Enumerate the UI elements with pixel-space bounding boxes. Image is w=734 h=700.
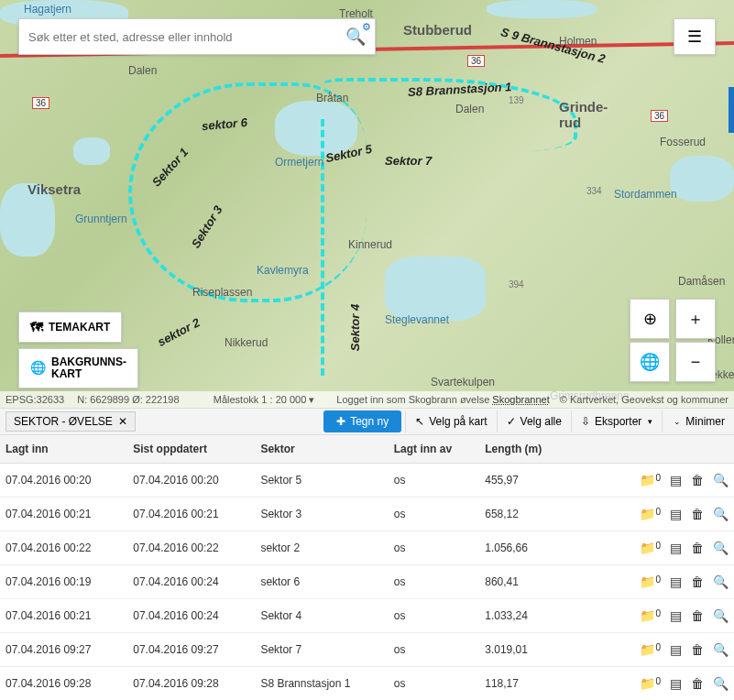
crosshair-icon: ⊕ bbox=[643, 309, 657, 329]
details-icon[interactable]: ▤ bbox=[670, 608, 682, 623]
temakart-button[interactable]: 🗺 TEMAKART bbox=[18, 312, 122, 343]
folder-icon[interactable]: 📁0 bbox=[640, 507, 661, 521]
folder-icon[interactable]: 📁0 bbox=[640, 541, 661, 555]
locate-button[interactable]: ⊕ bbox=[630, 299, 670, 339]
layers-icon: 🌐 bbox=[30, 361, 46, 375]
status-bar: EPSG:32633 N: 6629899 Ø: 222198 Målestok… bbox=[0, 391, 734, 408]
chevron-down-icon[interactable]: ▾ bbox=[309, 394, 314, 405]
table-row[interactable]: 07.04.2016 00:2007.04.2016 00:20Sektor 5… bbox=[0, 464, 734, 498]
scale-label: Målestokk 1 : 20 000 bbox=[214, 394, 307, 405]
zoom-out-button[interactable]: − bbox=[675, 342, 716, 382]
delete-icon[interactable]: 🗑 bbox=[691, 473, 704, 487]
details-icon[interactable]: ▤ bbox=[670, 507, 682, 521]
lake bbox=[487, 0, 597, 18]
zoom-icon[interactable]: 🔍 bbox=[713, 541, 729, 555]
folder-icon[interactable]: 📁0 bbox=[640, 642, 661, 657]
tegn-ny-button[interactable]: ✚ Tegn ny bbox=[323, 410, 401, 432]
map-place-label: Stordammen bbox=[614, 188, 677, 201]
map-place-label: Grinde- rud bbox=[559, 99, 608, 130]
close-icon[interactable]: ✕ bbox=[118, 415, 127, 428]
map-place-label: Stubberud bbox=[403, 22, 472, 38]
map-place-label: Dalen bbox=[128, 64, 157, 77]
search-input[interactable] bbox=[28, 30, 345, 44]
table-row[interactable]: 07.04.2016 00:2107.04.2016 00:21Sektor 3… bbox=[0, 498, 734, 531]
table-cell: 118,17 bbox=[479, 667, 569, 701]
details-icon[interactable]: ▤ bbox=[670, 642, 682, 657]
menu-button[interactable]: ☰ bbox=[674, 18, 716, 55]
globe-button[interactable]: 🌐 bbox=[630, 342, 670, 382]
column-header[interactable]: Lagt inn bbox=[0, 435, 127, 464]
folder-icon[interactable]: 📁0 bbox=[640, 574, 661, 589]
table-cell: 07.04.2016 09:28 bbox=[0, 667, 127, 701]
table-cell: Sektor 5 bbox=[255, 464, 388, 498]
minus-icon: − bbox=[691, 353, 701, 372]
map-place-label: Ormetjern bbox=[275, 156, 323, 169]
map-icon: 🗺 bbox=[30, 320, 43, 334]
table-cell: 07.04.2016 00:21 bbox=[0, 599, 127, 633]
details-icon[interactable]: ▤ bbox=[670, 541, 682, 555]
folder-icon[interactable]: 📁0 bbox=[640, 608, 661, 623]
table-scroll[interactable]: Lagt innSist oppdatertSektorLagt inn avL… bbox=[0, 435, 734, 700]
side-panel-tab[interactable] bbox=[729, 87, 734, 133]
table-toolbar: SEKTOR - ØVELSE ✕ ✚ Tegn ny ↖ Velg på ka… bbox=[0, 408, 734, 435]
table-cell: 07.04.2016 00:24 bbox=[127, 565, 255, 599]
details-icon[interactable]: ▤ bbox=[670, 473, 682, 487]
details-icon[interactable]: ▤ bbox=[670, 676, 682, 691]
delete-icon[interactable]: 🗑 bbox=[691, 541, 704, 555]
table-cell: 07.04.2016 09:27 bbox=[0, 633, 127, 667]
table-cell: 07.04.2016 00:22 bbox=[0, 531, 127, 565]
delete-icon[interactable]: 🗑 bbox=[691, 507, 704, 521]
velg-pa-kart-button[interactable]: ↖ Velg på kart bbox=[405, 410, 496, 432]
delete-icon[interactable]: 🗑 bbox=[691, 574, 704, 589]
delete-icon[interactable]: 🗑 bbox=[691, 608, 704, 623]
minimer-button[interactable]: ⌄ Minimer bbox=[662, 410, 734, 432]
zoom-in-button[interactable]: ＋ bbox=[675, 299, 716, 339]
zoom-icon[interactable]: 🔍 bbox=[713, 676, 729, 691]
eksporter-label: Eksporter bbox=[595, 415, 641, 428]
table-cell: sektor 2 bbox=[255, 531, 388, 565]
folder-icon[interactable]: 📁0 bbox=[640, 473, 661, 487]
login-link[interactable]: Skogbrannet bbox=[492, 394, 549, 405]
bakgrunnskart-button[interactable]: 🌐 BAKGRUNNS- KART bbox=[18, 348, 138, 388]
velg-kart-label: Velg på kart bbox=[429, 415, 487, 428]
sector-label: sektor 2 bbox=[155, 315, 202, 349]
table-cell: sektor 6 bbox=[255, 565, 388, 599]
table-row[interactable]: 07.04.2016 09:2707.04.2016 09:27Sektor 7… bbox=[0, 633, 734, 667]
table-row[interactable]: 07.04.2016 00:2207.04.2016 00:22sektor 2… bbox=[0, 531, 734, 565]
eksporter-button[interactable]: ⇩ Eksporter ▾ bbox=[571, 410, 662, 432]
table-row[interactable]: 07.04.2016 00:1907.04.2016 00:24sektor 6… bbox=[0, 565, 734, 599]
temakart-label: TEMAKART bbox=[49, 321, 110, 334]
search-bar: 🔍⚙ bbox=[18, 18, 376, 55]
tab-label: SEKTOR - ØVELSE bbox=[14, 415, 113, 428]
zoom-icon[interactable]: 🔍 bbox=[713, 473, 729, 487]
map-place-label: 394 bbox=[509, 279, 524, 290]
bakgrunn-label: BAKGRUNNS- KART bbox=[51, 356, 126, 380]
column-header[interactable]: Lagt inn av bbox=[389, 435, 479, 464]
map-place-label: Hagatjern bbox=[24, 3, 71, 16]
velg-alle-button[interactable]: ✓ Velg alle bbox=[497, 410, 571, 432]
delete-icon[interactable]: 🗑 bbox=[691, 676, 704, 691]
table-row[interactable]: 07.04.2016 00:2107.04.2016 00:24Sektor 4… bbox=[0, 599, 734, 633]
map-canvas[interactable]: HagatjernTreholtStubberudHolmenDalenBråt… bbox=[0, 0, 734, 408]
table-cell: 07.04.2016 09:28 bbox=[127, 667, 255, 701]
map-place-label: Damåsen bbox=[678, 275, 725, 288]
delete-icon[interactable]: 🗑 bbox=[691, 642, 704, 657]
column-header[interactable]: Sektor bbox=[255, 435, 388, 464]
table-cell: os bbox=[389, 633, 479, 667]
map-place-label: Fosserud bbox=[660, 136, 706, 148]
details-icon[interactable]: ▤ bbox=[670, 574, 682, 589]
column-header[interactable]: Sist oppdatert bbox=[127, 435, 255, 464]
copyright-label: © Kartverket, Geovekst og kommuner bbox=[560, 394, 729, 405]
zoom-icon[interactable]: 🔍 bbox=[713, 642, 729, 657]
epsg-label: EPSG:32633 bbox=[5, 394, 64, 405]
search-icon[interactable]: 🔍⚙ bbox=[345, 27, 366, 47]
column-header[interactable]: Length (m) bbox=[479, 435, 569, 464]
zoom-icon[interactable]: 🔍 bbox=[713, 574, 729, 589]
table-cell: Sektor 3 bbox=[255, 498, 388, 531]
zoom-icon[interactable]: 🔍 bbox=[713, 608, 729, 623]
table-cell: 07.04.2016 00:19 bbox=[0, 565, 127, 599]
folder-icon[interactable]: 📁0 bbox=[640, 676, 661, 691]
table-row[interactable]: 07.04.2016 09:2807.04.2016 09:28S8 Brann… bbox=[0, 667, 734, 701]
zoom-icon[interactable]: 🔍 bbox=[713, 507, 729, 521]
active-tab[interactable]: SEKTOR - ØVELSE ✕ bbox=[5, 411, 136, 432]
